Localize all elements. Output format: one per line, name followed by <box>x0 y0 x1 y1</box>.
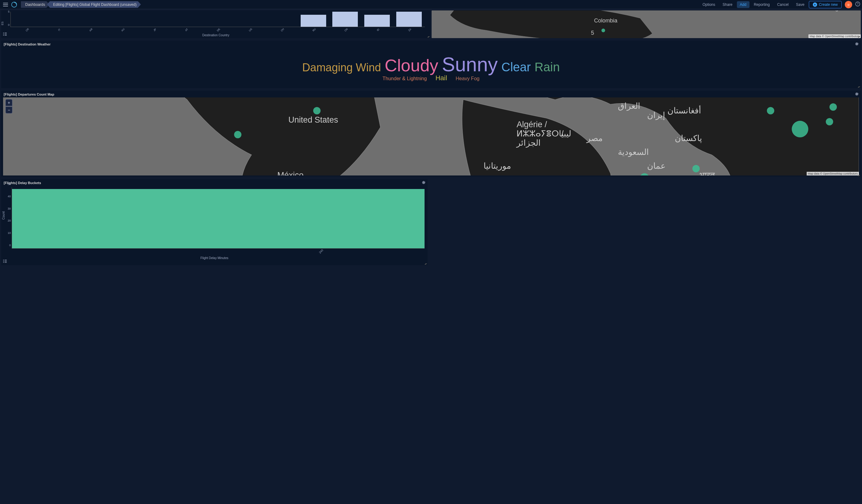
svg-rect-15 <box>3 260 4 260</box>
map-country-label: Algérie / <box>517 120 547 129</box>
map-country-label: السودان <box>583 175 612 175</box>
top-map-panel[interactable]: Colombia Nigeria 5 Map data © OpenStreet… <box>432 11 861 38</box>
breadcrumb-current: Editing [Flights] Global Flight Dashboar… <box>47 1 141 8</box>
y-tick: 50 <box>8 183 11 186</box>
svg-point-13 <box>601 29 605 32</box>
wordcloud-word[interactable]: Sunny <box>442 53 498 76</box>
word-cloud[interactable]: Damaging WindCloudySunnyClearRain Thunde… <box>1 47 861 88</box>
svg-rect-2 <box>3 6 8 6</box>
svg-rect-18 <box>4 261 7 262</box>
wordcloud-word[interactable]: Rain <box>535 60 560 74</box>
svg-rect-8 <box>3 34 4 35</box>
map-data-point[interactable] <box>234 131 241 138</box>
y-tick: 20 <box>8 219 11 222</box>
delay-chart[interactable]: Count 01020304050 <box>12 187 425 249</box>
gear-icon[interactable] <box>421 181 426 186</box>
gear-icon[interactable] <box>854 42 859 47</box>
map-country-label: الجزائر <box>516 138 541 148</box>
map-data-point[interactable] <box>826 118 833 125</box>
resize-handle[interactable] <box>858 174 860 176</box>
bar-chart[interactable]: 0 5 <box>11 12 425 27</box>
opensearch-logo-icon[interactable] <box>11 1 18 8</box>
map-country-label: العراق <box>618 102 640 111</box>
destination-country-panel: ES 0 5 CRITARAUJPATDEUSCHRUCNIDZA Destin… <box>1 11 430 38</box>
x-tick: 240 <box>318 249 324 254</box>
cancel-button[interactable]: Cancel <box>774 1 792 8</box>
avatar[interactable]: o <box>845 1 852 8</box>
chart-bar <box>12 189 425 248</box>
departures-map-panel: [Flights] Departures Count Map + − Unite… <box>1 91 861 177</box>
save-button[interactable]: Save <box>793 1 807 8</box>
map-country-label: ⵍⵣⵣⴰⵢⴻⵔ / <box>517 129 563 138</box>
header-actions: Options Share Add Reporting Cancel Save … <box>700 1 860 8</box>
y-tick: 0 <box>8 23 11 26</box>
app-header: Dashboards Editing [Flights] Global Flig… <box>0 0 862 9</box>
help-icon[interactable]: ? <box>855 1 860 8</box>
wordcloud-word[interactable]: Clear <box>501 60 531 74</box>
legend-toggle-icon[interactable] <box>3 260 7 264</box>
map-country-label: México <box>277 171 303 175</box>
resize-handle[interactable] <box>425 262 427 265</box>
weather-panel: [Flights] Destination Weather Damaging W… <box>1 41 861 88</box>
svg-rect-19 <box>3 262 4 263</box>
map-country-label: إيران <box>647 111 665 120</box>
wordcloud-word[interactable]: Thunder & Lightning <box>382 76 427 81</box>
map-country-label: أفغانستان <box>667 105 701 115</box>
svg-rect-11 <box>4 35 7 36</box>
svg-rect-9 <box>4 34 7 35</box>
map-canvas[interactable]: + − United StatesMéxicoColombiaFranceEsp… <box>3 97 859 175</box>
wordcloud-word[interactable]: Cloudy <box>384 55 438 75</box>
y-axis-label: ES <box>1 22 4 25</box>
svg-rect-16 <box>4 260 7 260</box>
options-button[interactable]: Options <box>700 1 718 8</box>
map-country-label: عمان <box>647 161 666 171</box>
svg-rect-10 <box>3 35 4 36</box>
x-axis-label: Flight Delay Minutes <box>1 256 428 260</box>
add-button[interactable]: Add <box>737 1 749 8</box>
breadcrumb: Dashboards Editing [Flights] Global Flig… <box>21 1 141 8</box>
svg-rect-7 <box>4 32 7 33</box>
svg-rect-6 <box>3 32 4 33</box>
y-tick: 0 <box>9 244 11 247</box>
reporting-button[interactable]: Reporting <box>751 1 773 8</box>
svg-rect-17 <box>3 261 4 262</box>
wordcloud-word[interactable]: Damaging Wind <box>302 61 381 74</box>
map-data-point[interactable] <box>767 107 774 114</box>
y-tick: 40 <box>8 195 11 198</box>
zoom-controls: + − <box>5 99 12 114</box>
map-data-point[interactable] <box>692 165 700 172</box>
delay-buckets-panel: [Flights] Delay Buckets Count 0102030405… <box>1 179 428 265</box>
map-country-label: भारत <box>700 171 715 175</box>
resize-handle[interactable] <box>858 85 860 88</box>
zoom-out-button[interactable]: − <box>5 107 12 114</box>
y-tick: 5 <box>8 10 11 13</box>
plus-icon: + <box>813 2 817 7</box>
dashboard-body: ES 0 5 CRITARAUJPATDEUSCHRUCNIDZA Destin… <box>0 9 862 269</box>
share-button[interactable]: Share <box>719 1 735 8</box>
wordcloud-word[interactable]: Hail <box>435 74 447 82</box>
bar[interactable] <box>332 12 358 27</box>
zoom-in-button[interactable]: + <box>5 99 12 106</box>
map-country-label: مصر <box>586 134 602 143</box>
map-country-label: پاکستان <box>675 134 702 143</box>
map-data-point[interactable] <box>313 107 321 114</box>
hamburger-menu-icon[interactable] <box>2 1 9 8</box>
panel-title: [Flights] Delay Buckets <box>1 179 428 185</box>
resize-handle[interactable] <box>427 35 430 38</box>
map-attribution: Map data © OpenStreetMap contributors <box>809 35 861 38</box>
map-data-point[interactable] <box>792 121 808 137</box>
gear-icon[interactable] <box>854 92 859 97</box>
bar[interactable] <box>396 12 422 27</box>
map-label: Nigeria <box>830 11 848 11</box>
wordcloud-word[interactable]: Heavy Fog <box>456 76 479 81</box>
svg-rect-1 <box>3 4 8 5</box>
create-new-button[interactable]: + Create new <box>809 1 842 8</box>
map-country-label: موريتانيا <box>484 161 511 171</box>
y-tick: 10 <box>8 231 11 235</box>
map-country-label: United States <box>288 115 338 124</box>
map-data-point[interactable] <box>830 103 837 111</box>
legend-toggle-icon[interactable] <box>3 32 7 37</box>
breadcrumb-dashboards[interactable]: Dashboards <box>21 1 50 8</box>
resize-handle[interactable] <box>858 35 860 38</box>
map-label: Colombia <box>594 17 617 24</box>
